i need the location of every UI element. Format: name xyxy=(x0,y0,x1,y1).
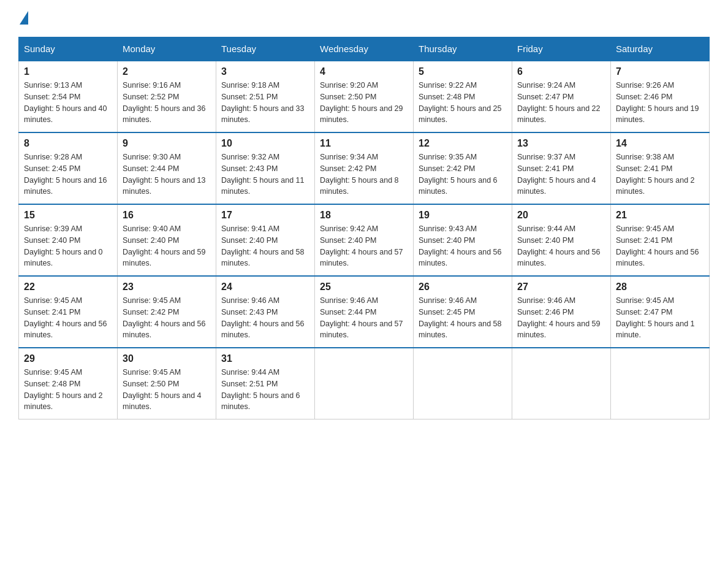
day-info: Sunrise: 9:45 AMSunset: 2:41 PMDaylight:… xyxy=(24,296,107,339)
day-info: Sunrise: 9:45 AMSunset: 2:48 PMDaylight:… xyxy=(24,368,103,411)
day-number: 14 xyxy=(616,138,704,149)
calendar-week-row: 8 Sunrise: 9:28 AMSunset: 2:45 PMDayligh… xyxy=(19,132,710,204)
table-row: 11 Sunrise: 9:34 AMSunset: 2:42 PMDaylig… xyxy=(315,132,414,204)
day-info: Sunrise: 9:46 AMSunset: 2:46 PMDaylight:… xyxy=(517,296,601,339)
page-header xyxy=(18,12,710,26)
day-info: Sunrise: 9:20 AMSunset: 2:50 PMDaylight:… xyxy=(320,81,403,124)
header-saturday: Saturday xyxy=(611,37,710,61)
day-info: Sunrise: 9:45 AMSunset: 2:47 PMDaylight:… xyxy=(616,296,695,339)
day-number: 12 xyxy=(419,138,507,149)
day-number: 10 xyxy=(221,138,309,149)
table-row: 17 Sunrise: 9:41 AMSunset: 2:40 PMDaylig… xyxy=(216,204,315,276)
table-row: 16 Sunrise: 9:40 AMSunset: 2:40 PMDaylig… xyxy=(118,204,216,276)
table-row: 20 Sunrise: 9:44 AMSunset: 2:40 PMDaylig… xyxy=(512,204,611,276)
day-number: 2 xyxy=(123,66,211,77)
header-tuesday: Tuesday xyxy=(216,37,315,61)
day-number: 9 xyxy=(123,138,211,149)
day-number: 19 xyxy=(419,210,507,221)
table-row: 5 Sunrise: 9:22 AMSunset: 2:48 PMDayligh… xyxy=(414,61,512,132)
day-info: Sunrise: 9:38 AMSunset: 2:41 PMDaylight:… xyxy=(616,153,695,196)
logo xyxy=(18,12,28,26)
day-number: 7 xyxy=(616,66,704,77)
table-row: 21 Sunrise: 9:45 AMSunset: 2:41 PMDaylig… xyxy=(611,204,710,276)
calendar-week-row: 29 Sunrise: 9:45 AMSunset: 2:48 PMDaylig… xyxy=(19,348,710,419)
table-row: 8 Sunrise: 9:28 AMSunset: 2:45 PMDayligh… xyxy=(19,132,118,204)
day-number: 26 xyxy=(419,282,507,293)
day-number: 18 xyxy=(320,210,408,221)
day-number: 28 xyxy=(616,282,704,293)
table-row: 18 Sunrise: 9:42 AMSunset: 2:40 PMDaylig… xyxy=(315,204,414,276)
table-row xyxy=(414,348,512,419)
table-row: 15 Sunrise: 9:39 AMSunset: 2:40 PMDaylig… xyxy=(19,204,118,276)
day-info: Sunrise: 9:32 AMSunset: 2:43 PMDaylight:… xyxy=(221,153,305,196)
day-info: Sunrise: 9:41 AMSunset: 2:40 PMDaylight:… xyxy=(221,224,305,267)
header-sunday: Sunday xyxy=(19,37,118,61)
calendar-header-row: Sunday Monday Tuesday Wednesday Thursday… xyxy=(19,37,710,61)
table-row: 25 Sunrise: 9:46 AMSunset: 2:44 PMDaylig… xyxy=(315,276,414,348)
header-monday: Monday xyxy=(118,37,216,61)
day-number: 24 xyxy=(221,282,309,293)
day-info: Sunrise: 9:24 AMSunset: 2:47 PMDaylight:… xyxy=(517,81,601,124)
table-row xyxy=(512,348,611,419)
day-info: Sunrise: 9:26 AMSunset: 2:46 PMDaylight:… xyxy=(616,81,699,124)
table-row: 23 Sunrise: 9:45 AMSunset: 2:42 PMDaylig… xyxy=(118,276,216,348)
calendar-week-row: 22 Sunrise: 9:45 AMSunset: 2:41 PMDaylig… xyxy=(19,276,710,348)
table-row: 2 Sunrise: 9:16 AMSunset: 2:52 PMDayligh… xyxy=(118,61,216,132)
day-info: Sunrise: 9:44 AMSunset: 2:40 PMDaylight:… xyxy=(517,224,601,267)
day-number: 22 xyxy=(24,282,112,293)
logo-triangle-icon xyxy=(20,11,28,25)
day-number: 25 xyxy=(320,282,408,293)
day-number: 11 xyxy=(320,138,408,149)
header-thursday: Thursday xyxy=(414,37,512,61)
table-row: 10 Sunrise: 9:32 AMSunset: 2:43 PMDaylig… xyxy=(216,132,315,204)
day-info: Sunrise: 9:30 AMSunset: 2:44 PMDaylight:… xyxy=(123,153,206,196)
day-info: Sunrise: 9:22 AMSunset: 2:48 PMDaylight:… xyxy=(419,81,502,124)
day-number: 20 xyxy=(517,210,605,221)
table-row: 3 Sunrise: 9:18 AMSunset: 2:51 PMDayligh… xyxy=(216,61,315,132)
table-row: 26 Sunrise: 9:46 AMSunset: 2:45 PMDaylig… xyxy=(414,276,512,348)
table-row: 31 Sunrise: 9:44 AMSunset: 2:51 PMDaylig… xyxy=(216,348,315,419)
day-info: Sunrise: 9:39 AMSunset: 2:40 PMDaylight:… xyxy=(24,224,103,267)
table-row: 24 Sunrise: 9:46 AMSunset: 2:43 PMDaylig… xyxy=(216,276,315,348)
table-row: 7 Sunrise: 9:26 AMSunset: 2:46 PMDayligh… xyxy=(611,61,710,132)
day-info: Sunrise: 9:45 AMSunset: 2:41 PMDaylight:… xyxy=(616,224,699,267)
calendar-week-row: 15 Sunrise: 9:39 AMSunset: 2:40 PMDaylig… xyxy=(19,204,710,276)
day-info: Sunrise: 9:34 AMSunset: 2:42 PMDaylight:… xyxy=(320,153,399,196)
day-number: 1 xyxy=(24,66,112,77)
table-row: 29 Sunrise: 9:45 AMSunset: 2:48 PMDaylig… xyxy=(19,348,118,419)
day-number: 6 xyxy=(517,66,605,77)
day-info: Sunrise: 9:46 AMSunset: 2:44 PMDaylight:… xyxy=(320,296,403,339)
day-info: Sunrise: 9:45 AMSunset: 2:42 PMDaylight:… xyxy=(123,296,206,339)
day-number: 3 xyxy=(221,66,309,77)
day-number: 17 xyxy=(221,210,309,221)
table-row: 6 Sunrise: 9:24 AMSunset: 2:47 PMDayligh… xyxy=(512,61,611,132)
table-row: 19 Sunrise: 9:43 AMSunset: 2:40 PMDaylig… xyxy=(414,204,512,276)
day-number: 4 xyxy=(320,66,408,77)
day-number: 29 xyxy=(24,353,112,364)
day-number: 31 xyxy=(221,353,309,364)
table-row xyxy=(611,348,710,419)
day-number: 23 xyxy=(123,282,211,293)
day-info: Sunrise: 9:16 AMSunset: 2:52 PMDaylight:… xyxy=(123,81,206,124)
day-info: Sunrise: 9:46 AMSunset: 2:43 PMDaylight:… xyxy=(221,296,305,339)
table-row: 4 Sunrise: 9:20 AMSunset: 2:50 PMDayligh… xyxy=(315,61,414,132)
table-row: 1 Sunrise: 9:13 AMSunset: 2:54 PMDayligh… xyxy=(19,61,118,132)
table-row: 22 Sunrise: 9:45 AMSunset: 2:41 PMDaylig… xyxy=(19,276,118,348)
day-number: 21 xyxy=(616,210,704,221)
table-row xyxy=(315,348,414,419)
day-info: Sunrise: 9:40 AMSunset: 2:40 PMDaylight:… xyxy=(123,224,206,267)
day-info: Sunrise: 9:35 AMSunset: 2:42 PMDaylight:… xyxy=(419,153,498,196)
day-number: 8 xyxy=(24,138,112,149)
day-number: 30 xyxy=(123,353,211,364)
day-number: 16 xyxy=(123,210,211,221)
day-info: Sunrise: 9:18 AMSunset: 2:51 PMDaylight:… xyxy=(221,81,305,124)
header-friday: Friday xyxy=(512,37,611,61)
table-row: 9 Sunrise: 9:30 AMSunset: 2:44 PMDayligh… xyxy=(118,132,216,204)
day-info: Sunrise: 9:46 AMSunset: 2:45 PMDaylight:… xyxy=(419,296,502,339)
table-row: 14 Sunrise: 9:38 AMSunset: 2:41 PMDaylig… xyxy=(611,132,710,204)
table-row: 13 Sunrise: 9:37 AMSunset: 2:41 PMDaylig… xyxy=(512,132,611,204)
day-number: 5 xyxy=(419,66,507,77)
calendar-week-row: 1 Sunrise: 9:13 AMSunset: 2:54 PMDayligh… xyxy=(19,61,710,132)
day-info: Sunrise: 9:42 AMSunset: 2:40 PMDaylight:… xyxy=(320,224,403,267)
day-info: Sunrise: 9:37 AMSunset: 2:41 PMDaylight:… xyxy=(517,153,596,196)
